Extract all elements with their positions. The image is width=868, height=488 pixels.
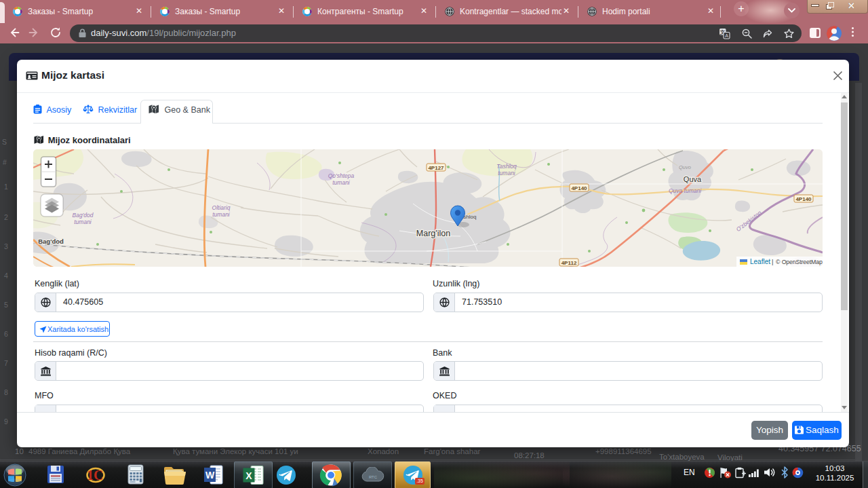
svg-text:4P127: 4P127 <box>428 165 444 171</box>
svg-text:A: A <box>725 33 728 38</box>
svg-text:tumani: tumani <box>212 211 231 218</box>
svg-text:Quva: Quva <box>684 175 702 183</box>
svg-text:© OpenStreetMap: © OpenStreetMap <box>776 259 823 265</box>
svg-text:Bag'dod: Bag'dod <box>38 238 64 245</box>
svg-text:tumani: tumani <box>332 179 351 186</box>
svg-text:Marg'ilon: Marg'ilon <box>416 229 450 238</box>
svg-text:W: W <box>205 470 215 481</box>
svg-text:|: | <box>772 258 773 265</box>
svg-text:Quvo: Quvo <box>679 164 691 170</box>
svg-text:Leaflet: Leaflet <box>750 258 770 265</box>
svg-text:4P140: 4P140 <box>571 185 587 191</box>
svg-text:4P112: 4P112 <box>561 260 577 266</box>
svg-text:Qo'shtepa: Qo'shtepa <box>328 172 355 179</box>
svg-text:Quva tumani: Quva tumani <box>669 187 702 194</box>
svg-text:RTC: RTC <box>369 475 378 479</box>
svg-text:Bag'dod: Bag'dod <box>73 212 94 219</box>
svg-text:tumani: tumani <box>498 170 516 176</box>
svg-text:4P140: 4P140 <box>795 196 812 202</box>
svg-text:Oltiariq: Oltiariq <box>212 204 231 211</box>
svg-text:Tashloq: Tashloq <box>496 163 517 170</box>
svg-text:1C: 1C <box>87 468 103 483</box>
svg-text:tumani: tumani <box>74 219 92 225</box>
svg-text:X: X <box>245 470 252 481</box>
